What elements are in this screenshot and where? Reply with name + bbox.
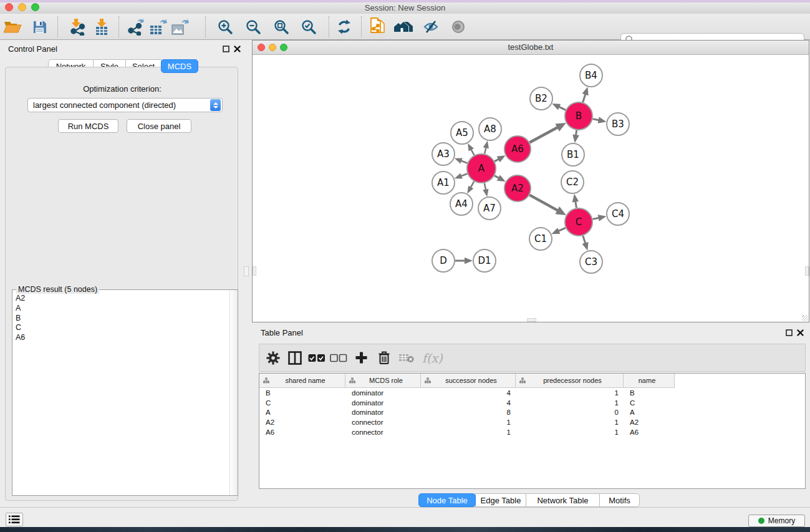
canvas-right-handle[interactable] [805, 266, 809, 276]
import-network-button[interactable] [67, 17, 88, 37]
minimize-network-window-button[interactable] [269, 44, 276, 51]
table-cell[interactable]: dominator [345, 408, 421, 418]
save-session-button[interactable] [29, 17, 50, 37]
table-cell[interactable]: A6 [624, 428, 675, 438]
show-panels-button[interactable] [6, 513, 23, 526]
table-cell[interactable]: dominator [345, 389, 421, 399]
tab-motifs[interactable]: Motifs [599, 493, 640, 507]
toggle-style-button[interactable] [421, 17, 442, 37]
table-cell[interactable]: 1 [516, 428, 624, 438]
run-mcds-button[interactable]: Run MCDS [58, 119, 118, 133]
table-cell[interactable]: B [624, 389, 675, 399]
table-cell[interactable]: 1 [421, 428, 516, 438]
table-row[interactable]: A6connector11A6 [259, 428, 675, 438]
column-header-MCDS-role[interactable]: MCDS role [345, 374, 421, 388]
table-cell[interactable]: A2 [624, 418, 675, 428]
table-cell[interactable]: A [624, 408, 675, 418]
result-scrollbar[interactable] [229, 290, 238, 495]
zoom-window-button[interactable] [31, 3, 39, 11]
column-header-shared-name[interactable]: shared name [259, 374, 345, 388]
table-cell[interactable]: dominator [345, 399, 421, 409]
canvas-left-handle[interactable] [253, 266, 256, 276]
tab-node-table[interactable]: Node Table [418, 493, 476, 507]
create-column-button[interactable] [352, 348, 370, 368]
edge-C-C1[interactable] [557, 228, 566, 231]
zoom-out-button[interactable] [243, 17, 264, 37]
show-graphics-button[interactable] [448, 17, 469, 37]
zoom-in-button[interactable] [215, 17, 236, 37]
table-cell[interactable]: B [259, 389, 345, 399]
table-cell[interactable]: A2 [259, 418, 345, 428]
delete-column-button[interactable] [375, 348, 393, 368]
table-cell[interactable]: 8 [421, 408, 516, 418]
zoom-network-window-button[interactable] [280, 44, 287, 51]
float-panel-button[interactable] [221, 44, 230, 53]
table-cell[interactable]: 1 [516, 418, 624, 428]
zoom-fit-button[interactable] [271, 17, 292, 37]
export-table-button[interactable] [147, 17, 168, 37]
table-cell[interactable]: 4 [421, 389, 516, 399]
table-row[interactable]: Adominator80A [259, 408, 675, 418]
column-header-successor-nodes[interactable]: successor nodes [421, 374, 516, 388]
deselect-all-button[interactable] [329, 348, 348, 368]
table-cell[interactable]: 4 [421, 399, 516, 409]
edge-C-C3[interactable] [583, 236, 586, 244]
table-row[interactable]: Bdominator41B [259, 389, 675, 399]
memory-button[interactable]: Memory [748, 515, 805, 527]
main-titlebar[interactable]: Session: New Session [0, 2, 810, 14]
refresh-button[interactable] [334, 17, 355, 37]
mcds-result-item[interactable]: A [13, 304, 229, 314]
close-window-button[interactable] [5, 3, 13, 11]
export-network-button[interactable] [125, 17, 146, 37]
tab-edge-table[interactable]: Edge Table [475, 493, 526, 507]
node-table[interactable]: shared nameMCDS rolesuccessor nodesprede… [259, 373, 806, 489]
zoom-selected-button[interactable] [298, 17, 319, 37]
table-row[interactable]: Cdominator41C [259, 399, 675, 409]
network-graph[interactable]: AA1A2A3A4A5A6A7A8BB1B2B3B4CC1C2C3C4DD1 [253, 55, 809, 322]
table-cell[interactable]: connector [345, 418, 421, 428]
table-row[interactable]: A2connector11A2 [259, 418, 675, 428]
export-image-button[interactable] [169, 17, 190, 37]
delete-table-button[interactable] [397, 348, 416, 368]
network-from-selection-button[interactable] [367, 17, 388, 37]
table-cell[interactable]: C [259, 399, 345, 409]
open-file-button[interactable] [2, 17, 23, 37]
network-window-titlebar[interactable]: testGlobe.txt [253, 41, 809, 55]
column-header-name[interactable]: name [624, 374, 675, 388]
show-columns-button[interactable] [286, 348, 304, 368]
mcds-result-item[interactable]: A2 [13, 294, 229, 304]
minimize-window-button[interactable] [18, 3, 26, 11]
import-table-button[interactable] [91, 17, 112, 37]
float-table-panel-button[interactable] [784, 328, 793, 337]
tab-network-table[interactable]: Network Table [526, 493, 600, 507]
tab-mcds[interactable]: MCDS [161, 59, 198, 73]
table-cell[interactable]: 0 [516, 408, 624, 418]
criterion-dropdown[interactable]: largest connected component (directed) [27, 98, 223, 112]
edge-B-B4[interactable] [583, 94, 586, 102]
table-cell[interactable]: 1 [516, 389, 624, 399]
table-cell[interactable]: C [624, 399, 675, 409]
ndex-browse-button[interactable] [393, 17, 414, 37]
select-all-button[interactable] [307, 348, 326, 368]
table-options-button[interactable] [264, 348, 282, 368]
canvas-bottom-handle[interactable] [527, 318, 536, 322]
network-canvas[interactable]: AA1A2A3A4A5A6A7A8BB1B2B3B4CC1C2C3C4DD1 [253, 55, 809, 322]
edge-A6-B[interactable] [529, 127, 558, 143]
table-cell[interactable]: connector [345, 428, 421, 438]
table-cell[interactable]: A6 [259, 428, 345, 438]
left-splitter-handle[interactable] [244, 266, 249, 276]
close-network-window-button[interactable] [258, 44, 265, 51]
table-cell[interactable]: A [259, 408, 345, 418]
mcds-result-item[interactable]: B [13, 314, 229, 324]
close-panel-button-mcds[interactable]: Close panel [127, 119, 191, 133]
resize-grip[interactable] [802, 315, 808, 321]
mcds-result-item[interactable]: A6 [13, 333, 229, 343]
mcds-result-item[interactable]: C [13, 323, 229, 333]
table-cell[interactable]: 1 [516, 399, 624, 409]
column-header-predecessor-nodes[interactable]: predecessor nodes [516, 374, 624, 388]
table-cell[interactable]: 1 [421, 418, 516, 428]
close-panel-button[interactable] [233, 44, 241, 53]
edge-A2-C[interactable] [529, 195, 558, 211]
close-table-panel-button[interactable] [796, 328, 804, 337]
function-builder-button[interactable]: f(x) [422, 351, 443, 365]
